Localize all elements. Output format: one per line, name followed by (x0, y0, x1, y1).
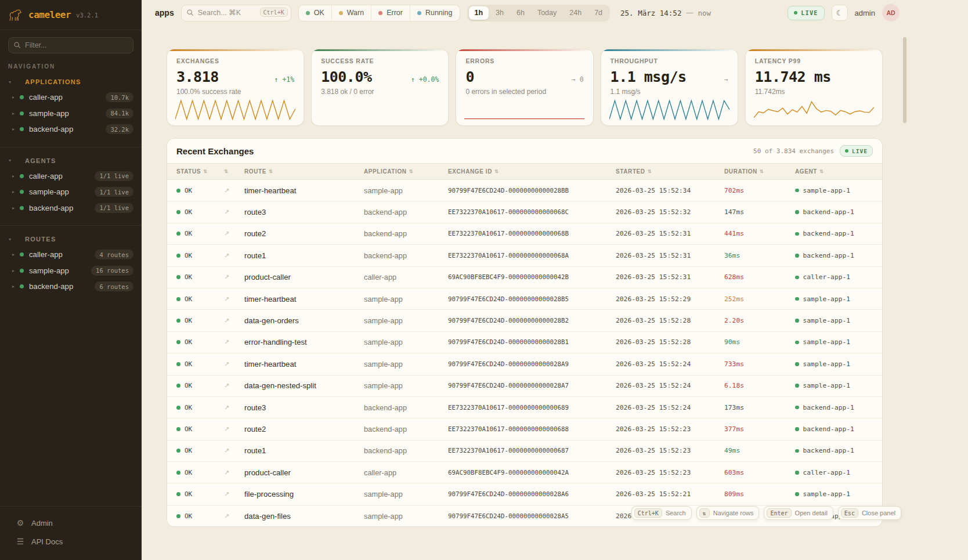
table-row[interactable]: OK↗timer-heartbeatsample-app90799F47E6CD… (167, 288, 882, 310)
exchange-id-cell: 90799F47E6CD24D-00000000000028A5 (448, 512, 616, 520)
sidebar-item-backend-app[interactable]: ▸backend-app6 routes (0, 279, 142, 295)
kpi-card-throughput[interactable]: THROUGHPUT1.1 msg/s→1.1 msg/s (601, 49, 738, 126)
row-open-icon[interactable]: ↗ (224, 252, 244, 259)
section-header-routes[interactable]: ▾ROUTES (0, 232, 142, 247)
sidebar-item-label: caller-app (29, 250, 63, 259)
table-meta: 50 of 3.834 exchanges LIVE (753, 145, 873, 157)
column-header-duration[interactable]: DURATION⇅ (724, 168, 795, 175)
status-dot-icon (378, 11, 382, 15)
sidebar-item-caller-app[interactable]: ▸caller-app1/1 live (0, 168, 142, 185)
agent-status-dot-icon (795, 210, 799, 214)
agent-cell: sample-app-1 (795, 382, 882, 389)
row-open-icon[interactable]: ↗ (224, 208, 244, 216)
table-row[interactable]: OK↗route1backend-appEE7322370A10617-0000… (167, 245, 882, 266)
status-dot-icon (20, 111, 24, 115)
table-row[interactable]: OK↗route3backend-appEE7322370A10617-0000… (167, 397, 882, 418)
column-header-open[interactable]: ⇅ (224, 169, 244, 174)
row-open-icon[interactable]: ↗ (224, 382, 244, 389)
search-icon (13, 41, 21, 49)
section-label: ROUTES (25, 236, 56, 243)
sidebar-item-sample-app[interactable]: ▸sample-app1/1 live (0, 184, 142, 200)
status-dot-icon (20, 190, 24, 194)
time-range-6h[interactable]: 6h (511, 6, 530, 20)
status-filter-warn[interactable]: Warn (331, 5, 371, 21)
time-range-today[interactable]: Today (532, 6, 562, 20)
sidebar-item-sample-app[interactable]: ▸sample-app16 routes (0, 263, 142, 279)
column-header-application[interactable]: APPLICATION⇅ (364, 168, 448, 175)
navigation-label: NAVIGATION (8, 63, 133, 70)
sidebar-item-sample-app[interactable]: ▸sample-app84.1k (0, 106, 142, 122)
status-filter-ok[interactable]: OK (299, 5, 331, 21)
column-header-agent[interactable]: AGENT⇅ (795, 168, 882, 175)
status-dot-icon (339, 11, 343, 15)
kpi-value: 100.0% (321, 68, 371, 85)
keyboard-shortcuts-bar: Ctrl+KSearch⇅Navigate rowsEnterOpen deta… (631, 506, 901, 520)
row-open-icon[interactable]: ↗ (224, 469, 244, 476)
column-header-exchange-id[interactable]: EXCHANGE ID⇅ (448, 168, 616, 175)
kpi-card-success-rate[interactable]: SUCCESS RATE100.0%↑ +0.0%3.818 ok / 0 er… (311, 49, 449, 126)
table-row[interactable]: OK↗route2backend-appEE7322370A10617-0000… (167, 418, 882, 440)
live-toggle[interactable]: LIVE (788, 6, 824, 20)
status-filter-error[interactable]: Error (371, 5, 410, 21)
table-row[interactable]: OK↗route3backend-appEE7322370A10617-0000… (167, 201, 882, 223)
kpi-card-errors[interactable]: ERRORS0→ 00 errors in selected period (456, 49, 593, 126)
dark-mode-toggle[interactable]: ☾ (832, 5, 848, 21)
table-row[interactable]: OK↗error-handling-testsample-app90799F47… (167, 332, 882, 353)
agent-label: sample-app-1 (803, 382, 851, 389)
sidebar-item-caller-app[interactable]: ▸caller-app10.7k (0, 89, 142, 106)
row-open-icon[interactable]: ↗ (224, 317, 244, 324)
row-open-icon[interactable]: ↗ (224, 512, 244, 520)
live-label: LIVE (852, 148, 868, 154)
kpi-card-exchanges[interactable]: EXCHANGES3.818↑ +1%100.0% success rate (167, 49, 304, 126)
section-header-applications[interactable]: ▾APPLICATIONS (0, 74, 142, 89)
kpi-card-latency-p99[interactable]: LATENCY P9911.742 ms11.742ms (745, 49, 883, 126)
footer-item-api-docs[interactable]: ☰API Docs (0, 532, 142, 551)
status-filter-running[interactable]: Running (410, 5, 460, 21)
table-row[interactable]: OK↗data-gen-nested-splitsample-app90799F… (167, 375, 882, 397)
sidebar-item-label: backend-app (29, 125, 73, 133)
row-open-icon[interactable]: ↗ (224, 425, 244, 433)
row-open-icon[interactable]: ↗ (224, 295, 244, 303)
time-range-3h[interactable]: 3h (490, 6, 510, 20)
row-open-icon[interactable]: ↗ (224, 338, 244, 346)
table-row[interactable]: OK↗file-processingsample-app90799F47E6CD… (167, 483, 882, 505)
row-open-icon[interactable]: ↗ (224, 187, 244, 194)
shortcut-close-panel: EscClose panel (838, 506, 901, 520)
avatar[interactable]: AD (882, 4, 900, 21)
status-cell: OK (176, 295, 224, 303)
table-row[interactable]: OK↗data-gen-orderssample-app90799F47E6CD… (167, 310, 882, 331)
footer-item-admin[interactable]: ⚙Admin (0, 514, 142, 532)
duration-cell: 603ms (724, 469, 795, 476)
sidebar-item-backend-app[interactable]: ▸backend-app32.2k (0, 121, 142, 138)
sort-icon: ⇅ (648, 169, 652, 174)
time-range-7d[interactable]: 7d (588, 6, 608, 20)
row-open-icon[interactable]: ↗ (224, 490, 244, 498)
table-row[interactable]: OK↗timer-heartbeatsample-app90799F47E6CD… (167, 180, 882, 201)
table-row[interactable]: OK↗route1backend-appEE7322370A10617-0000… (167, 440, 882, 462)
agent-cell: backend-app-1 (795, 425, 882, 433)
shortcut-navigate-rows: ⇅Navigate rows (696, 506, 760, 520)
table-row[interactable]: OK↗product-callercaller-app69AC90BF8EBC4… (167, 267, 882, 288)
row-open-icon[interactable]: ↗ (224, 230, 244, 237)
row-open-icon[interactable]: ↗ (224, 404, 244, 411)
time-range-1h[interactable]: 1h (469, 6, 489, 20)
sidebar-item-caller-app[interactable]: ▸caller-app4 routes (0, 247, 142, 263)
filter-input[interactable] (8, 37, 133, 53)
row-open-icon[interactable]: ↗ (224, 360, 244, 368)
column-header-status[interactable]: STATUS⇅ (176, 168, 224, 175)
time-range-24h[interactable]: 24h (564, 6, 587, 20)
section-header-agents[interactable]: ▾AGENTS (0, 153, 142, 168)
column-header-started[interactable]: STARTED⇅ (616, 168, 724, 175)
table-row[interactable]: OK↗route2backend-appEE7322370A10617-0000… (167, 223, 882, 245)
exchange-id-cell: EE7322370A10617-0000000000000688 (448, 425, 616, 433)
started-cell: 2026-03-25 15:52:31 (616, 252, 724, 259)
status-ok-dot-icon (176, 232, 180, 236)
row-open-icon[interactable]: ↗ (224, 447, 244, 454)
column-header-route[interactable]: ROUTE⇅ (244, 168, 364, 175)
scrollbar-thumb[interactable] (903, 37, 906, 123)
table-row[interactable]: OK↗product-callercaller-app69AC90BF8EBC4… (167, 462, 882, 483)
row-open-icon[interactable]: ↗ (224, 273, 244, 281)
sidebar-item-backend-app[interactable]: ▸backend-app1/1 live (0, 200, 142, 216)
status-label: OK (185, 230, 192, 237)
table-row[interactable]: OK↗timer-heartbeatsample-app90799F47E6CD… (167, 353, 882, 375)
